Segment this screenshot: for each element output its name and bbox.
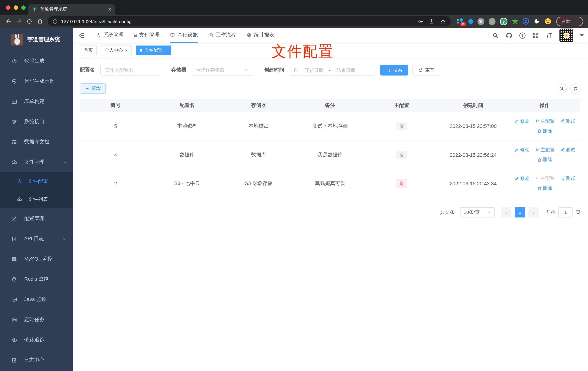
nav-tab-statistics[interactable]: 统计报表: [246, 28, 274, 43]
prev-page-button[interactable]: ‹: [501, 207, 511, 217]
tag-profile[interactable]: 个人中心 ×: [101, 45, 132, 55]
sidebar-item-code-gen-demo[interactable]: 代码生成示例: [0, 71, 73, 91]
eye-extension-icon[interactable]: [523, 18, 529, 25]
browser-update-menu[interactable]: 更新 ⋮: [556, 16, 583, 26]
sidebar-item-java-monitor[interactable]: Java 监控: [0, 289, 73, 310]
url-text[interactable]: 127.0.0.1:1024/infra/file/file-config: [61, 19, 131, 24]
date-range-picker[interactable]: -: [290, 65, 375, 75]
tag-home[interactable]: 首页: [80, 45, 97, 55]
sidebar-item-tracing[interactable]: 链路追踪: [0, 330, 73, 350]
start-date-input[interactable]: [301, 67, 327, 73]
info-icon[interactable]: [52, 19, 58, 24]
search-button[interactable]: 搜索: [380, 65, 408, 75]
sidebar-item-scheduled-tasks[interactable]: 定时任务: [0, 310, 73, 330]
delete-link[interactable]: 删除: [537, 156, 552, 163]
sidebar-item-db-doc[interactable]: 数据库文档: [0, 132, 73, 152]
sidebar-item-file-management[interactable]: 文件管理: [0, 152, 73, 172]
edit-link[interactable]: 修改: [514, 118, 529, 125]
master-config-link[interactable]: 主配置: [535, 147, 555, 153]
url-bar[interactable]: 127.0.0.1:1024/infra/file/file-config: [48, 16, 451, 26]
sidebar-item-api-log[interactable]: API 日志: [0, 229, 73, 249]
master-config-link[interactable]: 主配置: [535, 118, 555, 125]
puzzle-extensions-icon[interactable]: [534, 18, 540, 25]
sidebar-item-code-gen[interactable]: 代码生成: [0, 51, 73, 71]
font-size-icon[interactable]: [546, 32, 553, 39]
add-button[interactable]: 新增: [80, 84, 106, 94]
reload-button[interactable]: [24, 16, 35, 27]
sidebar-collapse-icon[interactable]: [78, 32, 85, 39]
tag-close-icon[interactable]: ×: [125, 48, 128, 53]
sidebar-item-form-builder[interactable]: 表单构建: [0, 91, 73, 112]
y-extension-icon[interactable]: y: [500, 18, 507, 25]
chevron-up-icon: [63, 160, 67, 165]
github-icon[interactable]: [506, 32, 513, 39]
delete-link[interactable]: 删除: [537, 185, 552, 191]
sidebar-item-file-list[interactable]: 文件列表: [0, 190, 73, 208]
search-icon: [559, 86, 564, 91]
forward-button[interactable]: [14, 16, 24, 27]
password-key-icon[interactable]: [417, 18, 423, 24]
page-title-overlay: 文件配置: [272, 44, 334, 59]
sidebar-item-log-center[interactable]: 日志中心: [0, 350, 73, 370]
window-controls[interactable]: [6, 5, 26, 10]
kite-extension-icon[interactable]: [468, 18, 474, 25]
edit-link[interactable]: 修改: [514, 147, 529, 153]
test-link[interactable]: 测试: [560, 147, 575, 153]
test-link[interactable]: 测试: [560, 118, 575, 125]
sidebar-item-redis-monitor[interactable]: Redis 监控: [0, 269, 73, 289]
active-tag-dot: [140, 49, 142, 52]
avatar-dropdown-caret-icon[interactable]: [580, 34, 584, 36]
dot-extension-icon[interactable]: [489, 18, 495, 25]
storage-select[interactable]: 请选择存储器: [192, 65, 253, 75]
search-icon[interactable]: [492, 32, 499, 39]
avatar-qr[interactable]: [559, 29, 573, 42]
nav-tab-infrastructure[interactable]: 基础设施: [170, 28, 198, 43]
emoji-extension-icon[interactable]: [544, 18, 552, 25]
share-nodes-icon: [560, 148, 565, 152]
file-management-submenu: 文件配置 文件列表: [0, 172, 73, 208]
show-search-button[interactable]: [556, 84, 567, 94]
extension-badge-icon[interactable]: 11: [457, 18, 464, 25]
refresh-table-button[interactable]: [570, 84, 580, 94]
back-button[interactable]: [3, 16, 14, 27]
close-window-button[interactable]: [6, 5, 10, 10]
nav-tab-workflow[interactable]: 工作流程: [208, 28, 236, 43]
command-extension-icon[interactable]: ⌘: [477, 18, 484, 25]
sidebar-item-config-management[interactable]: 配置管理: [0, 208, 73, 229]
sidebar-item-mysql-monitor[interactable]: MySQL 监控: [0, 249, 73, 269]
nav-tab-payment[interactable]: ¥ 支付管理: [134, 28, 159, 43]
page-size-select[interactable]: 10条/页: [460, 207, 495, 217]
delete-link[interactable]: 删除: [537, 128, 552, 134]
magnet-icon: [535, 176, 539, 181]
tag-close-icon[interactable]: ×: [165, 48, 167, 53]
tag-file-config[interactable]: 文件配置 ×: [136, 45, 171, 55]
goto-page-input[interactable]: [558, 207, 573, 217]
current-page[interactable]: 1: [515, 207, 525, 217]
help-icon[interactable]: ?: [519, 32, 525, 39]
config-name-input[interactable]: [100, 65, 160, 75]
share-icon[interactable]: [429, 18, 434, 24]
app-logo[interactable]: 芋道管理系统: [0, 28, 73, 51]
home-button[interactable]: [35, 16, 45, 27]
next-page-button[interactable]: ›: [528, 207, 539, 217]
minimize-window-button[interactable]: [14, 5, 18, 10]
sidebar-item-system-api[interactable]: 系统接口: [0, 112, 73, 132]
browser-tab[interactable]: 芋道管理系统 ×: [28, 4, 115, 15]
tab-close-icon[interactable]: ×: [108, 7, 111, 12]
reset-button[interactable]: 重置: [412, 65, 440, 75]
refresh-icon: [418, 68, 423, 73]
new-tab-button[interactable]: +: [115, 4, 127, 15]
nav-tab-system[interactable]: 系统管理: [96, 28, 124, 43]
briefcase-icon: [208, 32, 214, 38]
fullscreen-icon[interactable]: [532, 32, 539, 39]
maximize-window-button[interactable]: [21, 5, 26, 10]
top-navbar: 系统管理 ¥ 支付管理 基础设施 工作流程 统计报表: [73, 28, 588, 43]
end-date-input[interactable]: [333, 67, 359, 73]
screen: 芋道管理系统 × + 127.0.0.1:1024/infra/file/fil…: [0, 0, 588, 371]
edit-link[interactable]: 修改: [514, 175, 529, 182]
gear-icon: [17, 179, 22, 184]
bookmark-star-icon[interactable]: [440, 18, 446, 24]
sidebar-item-file-config[interactable]: 文件配置: [0, 172, 73, 190]
test-link[interactable]: 测试: [560, 175, 575, 182]
star-extension-icon[interactable]: [512, 18, 518, 25]
